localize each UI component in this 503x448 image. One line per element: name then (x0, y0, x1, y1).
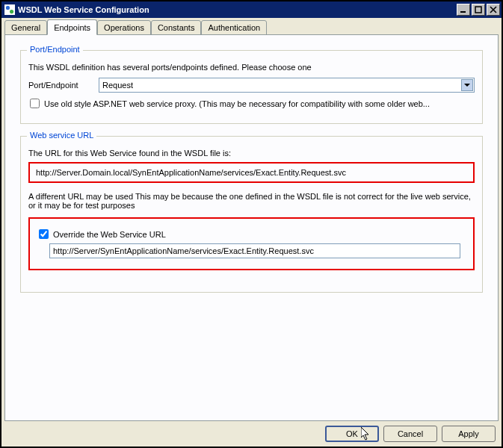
button-label: Apply (458, 429, 479, 438)
group-legend: Web service URL (27, 131, 96, 140)
found-url-value: http://Server.Domain.local/SynEntApplica… (36, 168, 346, 177)
dropdown-selected: Request (102, 81, 133, 90)
found-url-text: The URL for this Web Service found in th… (28, 149, 475, 158)
apply-button[interactable]: Apply (442, 426, 496, 442)
tab-constants[interactable]: Constants (151, 20, 202, 36)
web-service-url-group: Web service URL The URL for this Web Ser… (20, 136, 483, 293)
titlebar-buttons (455, 4, 500, 16)
found-url-box: http://Server.Domain.local/SynEntApplica… (28, 162, 475, 183)
svg-point-1 (10, 10, 13, 13)
minimize-button[interactable] (457, 4, 470, 16)
port-endpoint-label: Port/Endpoint (28, 81, 99, 90)
cancel-button[interactable]: Cancel (383, 426, 437, 442)
chevron-down-icon[interactable] (461, 79, 473, 91)
diff-url-text: A different URL may be used This may be … (28, 192, 475, 210)
svg-rect-3 (475, 7, 481, 13)
old-style-row: Use old style ASP.NET web service proxy.… (28, 99, 475, 108)
tab-label: Endpoints (54, 23, 90, 32)
override-checkbox[interactable] (39, 229, 49, 239)
close-button[interactable] (487, 4, 500, 16)
svg-rect-2 (460, 11, 466, 13)
tab-label: Operations (104, 23, 144, 32)
port-intro-text: This WSDL definition has several ports/e… (28, 63, 475, 72)
override-box: Override the Web Service URL (28, 217, 475, 270)
cursor-icon (361, 427, 371, 442)
button-label: Cancel (398, 429, 423, 438)
maximize-button[interactable] (472, 4, 485, 16)
group-legend: Port/Endpoint (27, 45, 83, 54)
svg-marker-4 (361, 427, 368, 440)
tab-label: General (11, 23, 40, 32)
window-frame: WSDL Web Service Configuration General E… (0, 0, 503, 448)
port-endpoint-group: Port/Endpoint This WSDL definition has s… (20, 50, 483, 124)
old-style-checkbox[interactable] (30, 99, 40, 108)
button-label: OK (346, 429, 358, 438)
tab-endpoints[interactable]: Endpoints (47, 19, 97, 35)
svg-point-0 (6, 6, 10, 10)
app-icon (4, 4, 15, 15)
tab-label: Authentication (208, 23, 260, 32)
tab-operations[interactable]: Operations (97, 20, 151, 36)
tab-general[interactable]: General (4, 20, 47, 36)
tab-label: Constants (158, 23, 195, 32)
tab-authentication[interactable]: Authentication (201, 20, 267, 36)
override-url-input[interactable] (49, 243, 460, 258)
client-area: General Endpoints Operations Constants A… (1, 18, 502, 447)
port-endpoint-dropdown[interactable]: Request (99, 78, 475, 93)
port-endpoint-row: Port/Endpoint Request (28, 78, 475, 93)
dialog-buttons: OK Cancel Apply (4, 421, 499, 444)
tab-strip: General Endpoints Operations Constants A… (4, 19, 499, 35)
ok-button[interactable]: OK (325, 426, 379, 442)
endpoints-panel: Port/Endpoint This WSDL definition has s… (4, 34, 499, 421)
override-label: Override the Web Service URL (53, 230, 166, 239)
old-style-label: Use old style ASP.NET web service proxy.… (44, 99, 430, 108)
window-title: WSDL Web Service Configuration (18, 5, 455, 14)
override-row: Override the Web Service URL (37, 229, 466, 239)
titlebar[interactable]: WSDL Web Service Configuration (1, 1, 502, 18)
